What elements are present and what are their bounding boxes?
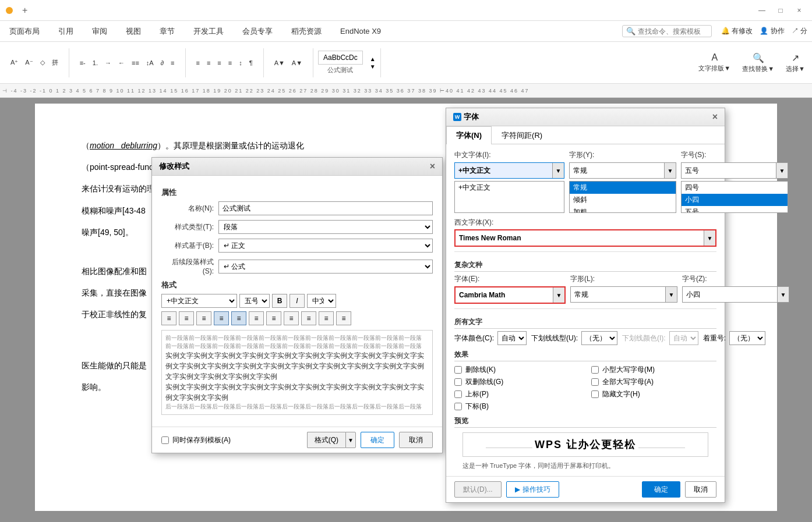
size-list[interactable]: 四号 小四 五号 xyxy=(681,181,788,213)
bold-button[interactable]: B xyxy=(272,294,287,308)
superscript-checkbox[interactable] xyxy=(454,390,462,398)
modify-cancel-button[interactable]: 取消 xyxy=(399,432,433,448)
increase-indent-btn[interactable]: ≡ xyxy=(319,311,334,325)
complex-style-arrow[interactable]: ▼ xyxy=(665,287,677,302)
complex-style-combo[interactable]: ▼ xyxy=(570,286,677,303)
list-button[interactable]: ≡- xyxy=(77,58,88,68)
size-input[interactable] xyxy=(682,163,776,178)
outdent-btn[interactable]: ≡ xyxy=(301,311,316,325)
chinese-font-input[interactable] xyxy=(455,163,552,178)
type-select[interactable]: 段落 xyxy=(218,220,433,234)
line-spacing-button[interactable]: ↕ xyxy=(236,58,245,68)
pinyin-button[interactable]: 拼 xyxy=(50,57,61,68)
clear-format-button[interactable]: ◇ xyxy=(38,58,47,68)
has-changes-button[interactable]: 🔔 有修改 xyxy=(721,26,753,36)
base-select[interactable]: ↵ 正文 xyxy=(218,239,433,253)
center-align-button[interactable]: ≡ xyxy=(204,58,213,68)
language-select[interactable]: 中文 xyxy=(307,294,336,308)
complex-size-combo[interactable]: ▼ xyxy=(682,286,789,303)
chinese-font-item[interactable]: +中文正文 xyxy=(455,182,564,194)
align-center[interactable]: ≡ xyxy=(179,311,194,325)
style-scroll-up[interactable]: ▲ xyxy=(370,56,376,62)
restore-button[interactable]: □ xyxy=(774,3,788,17)
font-default-button[interactable]: 默认(D)... xyxy=(454,481,502,498)
left-align-button[interactable]: ≡ xyxy=(194,58,202,68)
new-tab-button[interactable]: + xyxy=(22,5,27,16)
size-arrow[interactable]: ▼ xyxy=(776,163,788,178)
indent-left-btn[interactable]: ≡ xyxy=(266,311,281,325)
font-ok-button[interactable]: 确定 xyxy=(642,481,680,498)
strikethrough-checkbox[interactable] xyxy=(454,366,462,374)
emphasis-select[interactable]: （无） xyxy=(729,331,765,345)
symbol-button[interactable]: ∂ xyxy=(158,58,166,68)
ordered-list-button[interactable]: 1. xyxy=(90,58,100,68)
minimize-button[interactable]: — xyxy=(755,3,769,17)
increase-font-button[interactable]: A⁺ xyxy=(8,58,20,68)
size-item-sm4[interactable]: 小四 xyxy=(682,194,788,206)
subscript-checkbox[interactable] xyxy=(454,403,462,410)
style-item-italic[interactable]: 倾斜 xyxy=(570,194,676,206)
name-input[interactable] xyxy=(218,201,433,215)
menu-page-layout[interactable]: 页面布局 xyxy=(5,24,44,39)
right-align-button[interactable]: ≡ xyxy=(215,58,223,68)
menu-member[interactable]: 会员专享 xyxy=(238,24,277,39)
complex-size-input[interactable] xyxy=(683,287,777,302)
underline-select[interactable]: （无） xyxy=(581,331,617,345)
outdent-button[interactable]: ← xyxy=(116,58,127,68)
spacing-btn[interactable]: ≡ xyxy=(249,311,264,325)
complex-font-input[interactable] xyxy=(456,287,553,303)
complex-style-input[interactable] xyxy=(571,287,665,302)
format-dropdown-arrow[interactable]: ▼ xyxy=(345,432,356,448)
double-strikethrough-checkbox[interactable] xyxy=(454,378,462,386)
chinese-font-list[interactable]: +中文正文 xyxy=(454,181,564,213)
font-cancel-button[interactable]: 取消 xyxy=(685,481,716,498)
small-caps-checkbox[interactable] xyxy=(591,366,599,374)
style-sample[interactable]: AaBbCcDc xyxy=(318,51,363,65)
font-color-button[interactable]: A▼ xyxy=(290,58,305,68)
menu-reference[interactable]: 引用 xyxy=(54,24,78,39)
tab-char-spacing[interactable]: 字符间距(R) xyxy=(492,126,552,144)
complex-font-combo[interactable]: ▼ xyxy=(454,286,566,304)
style-item-bold[interactable]: 加粗 xyxy=(570,206,676,213)
next-select[interactable]: ↵ 公式 xyxy=(218,260,433,274)
collaborate-button[interactable]: 👤 协作 xyxy=(760,26,784,36)
chinese-font-arrow[interactable]: ▼ xyxy=(552,163,564,178)
italic-button[interactable]: I xyxy=(290,294,305,308)
style-input[interactable] xyxy=(570,163,664,178)
decrease-font-button[interactable]: A⁻ xyxy=(23,58,35,68)
align-justify[interactable]: ≡ xyxy=(214,311,229,325)
menu-dev-tools[interactable]: 开发工具 xyxy=(189,24,228,39)
justify-button[interactable]: ≡ xyxy=(226,58,234,68)
font-family-select[interactable]: +中文正文 xyxy=(161,294,237,308)
share-button[interactable]: ↗ 分 xyxy=(792,26,807,36)
chinese-font-combo[interactable]: ▼ xyxy=(454,162,564,179)
menu-chapter[interactable]: 章节 xyxy=(155,24,179,39)
save-template-checkbox[interactable] xyxy=(161,436,169,444)
size-item-5[interactable]: 五号 xyxy=(682,206,788,213)
indent-right-btn[interactable]: ≡ xyxy=(284,311,299,325)
fill-color-button[interactable]: A▼ xyxy=(272,58,287,68)
style-arrow[interactable]: ▼ xyxy=(664,163,676,178)
text-format-button[interactable]: A 文字排版▼ xyxy=(696,51,733,74)
color-select[interactable]: 自动 xyxy=(497,331,527,345)
align-left[interactable]: ≡ xyxy=(161,311,176,325)
close-button[interactable]: × xyxy=(792,3,806,17)
para-spacing-button[interactable]: ¶ xyxy=(247,58,255,68)
tab-font[interactable]: 字体(N) xyxy=(446,126,492,144)
select-button[interactable]: ↗ 选择▼ xyxy=(783,51,807,74)
format-button[interactable]: 格式(Q) xyxy=(307,432,345,448)
menu-view[interactable]: 视图 xyxy=(121,24,146,39)
multi-level-button[interactable]: ≡≡ xyxy=(129,58,142,68)
hidden-checkbox[interactable] xyxy=(591,390,599,398)
style-item-regular[interactable]: 常规 xyxy=(570,182,676,194)
size-combo[interactable]: ▼ xyxy=(681,162,788,179)
western-font-input[interactable] xyxy=(456,230,704,246)
complex-size-arrow[interactable]: ▼ xyxy=(777,287,789,302)
style-list[interactable]: 常规 倾斜 加粗 xyxy=(569,181,676,213)
align-distribute[interactable]: ≡ xyxy=(231,311,246,325)
menu-resource[interactable]: 稻壳资源 xyxy=(287,24,326,39)
align-right[interactable]: ≡ xyxy=(196,311,211,325)
search-input[interactable] xyxy=(638,27,708,35)
size-item-4[interactable]: 四号 xyxy=(682,182,788,194)
decrease-indent-btn[interactable]: ≡ xyxy=(336,311,351,325)
